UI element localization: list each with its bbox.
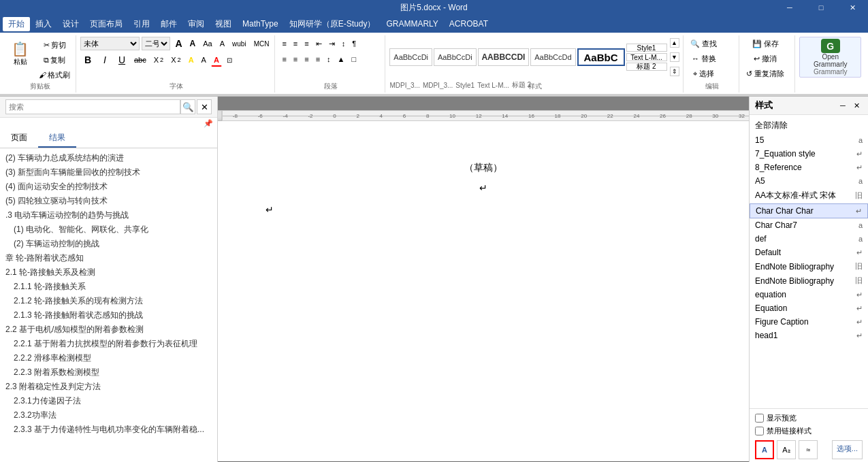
document-page[interactable]: （草稿） ↵ ↵ (218, 121, 749, 461)
char-shading-button[interactable]: A (199, 53, 209, 67)
mcn-btn[interactable]: MCN (251, 37, 272, 50)
styles-close-button[interactable]: ✕ (850, 99, 863, 112)
style-reference[interactable]: 8_Reference ↵ (750, 161, 868, 174)
bold-button[interactable]: B (80, 52, 95, 67)
new-style-button[interactable]: A (755, 440, 774, 459)
decrease-indent-button[interactable]: ⇤ (313, 37, 325, 50)
list-item[interactable]: 2.2.3 附着系数检测模型 (0, 365, 217, 380)
style-equation-cap[interactable]: Equation ↵ (750, 301, 868, 315)
style-mdpi1[interactable]: AaBbCcDi (389, 48, 432, 66)
nav-close-button[interactable]: ✕ (197, 99, 212, 114)
style-aabbcc[interactable]: AABBCCDI (478, 48, 530, 66)
wubi-btn[interactable]: wubi (229, 37, 249, 50)
menu-insert[interactable]: 插入 (30, 17, 57, 31)
styles-down-button[interactable]: ▼ (670, 52, 679, 62)
styles-minimize-button[interactable]: ─ (837, 99, 849, 112)
style-def[interactable]: def a (750, 232, 868, 246)
menu-grammarly[interactable]: GRAMMARLY (381, 18, 443, 30)
style-aabbc2[interactable]: AaBbCcDd (530, 48, 575, 66)
list-item[interactable]: 2.1.2 轮-路接触关系的现有检测方法 (0, 294, 217, 308)
style-endnote1[interactable]: EndNote Bibliography 旧 (750, 259, 868, 274)
style-textlm[interactable]: Text L-M... (626, 53, 667, 61)
list-item[interactable]: 2.3 附着稳定性及判定方法 (0, 380, 217, 394)
menu-view[interactable]: 视图 (210, 17, 237, 31)
nav-pin-button[interactable]: 📌 (204, 119, 213, 128)
menu-mailings[interactable]: 邮件 (155, 17, 182, 31)
style-endnote2[interactable]: EndNote Bibliography 旧 (750, 274, 868, 288)
list-item[interactable]: 2.1.1 轮-路接触关系 (0, 280, 217, 294)
show-preview-checkbox[interactable] (755, 414, 764, 423)
multilevel-button[interactable]: ≡ (302, 37, 311, 50)
bullets-button[interactable]: ≡ (279, 37, 289, 50)
cut-button[interactable]: ✂ 剪切 (36, 38, 73, 52)
shrink-font-button[interactable]: A (187, 37, 199, 50)
styles-expand-button[interactable]: ⇕ (670, 67, 679, 76)
style-heading2[interactable]: 标题 2 (626, 63, 667, 71)
clear-format-button[interactable]: A (217, 37, 227, 50)
list-item[interactable]: (3) 新型面向车辆能量回收的控制技术 (0, 165, 217, 180)
borders-button[interactable]: □ (349, 52, 359, 66)
document-area[interactable]: -8-6-4-20 246810 1214161820 222426283032… (218, 97, 749, 462)
list-item[interactable]: (5) 四轮独立驱动与转向技术 (0, 194, 217, 208)
style-large[interactable]: AaBbC (577, 48, 625, 66)
font-name-select[interactable]: 未体 (80, 37, 140, 50)
line-spacing-button[interactable]: ↕ (324, 52, 334, 66)
list-item[interactable]: 2.1.3 轮-路接触附着状态感知的挑战 (0, 308, 217, 323)
disable-linked-checkbox[interactable] (755, 427, 764, 435)
style-char7[interactable]: Char Char7 a (750, 218, 868, 232)
style-figure-caption[interactable]: Figure Caption ↵ (750, 315, 868, 329)
nav-search-input[interactable] (5, 99, 180, 114)
show-marks-button[interactable]: ¶ (349, 37, 359, 50)
justify-button[interactable]: ≡ (313, 52, 323, 66)
menu-mathtype[interactable]: MathType (237, 18, 284, 30)
nav-tab-pages[interactable]: 页面 (0, 129, 38, 148)
shading-button[interactable]: ▲ (335, 52, 348, 66)
styles-up-button[interactable]: ▲ (670, 38, 679, 48)
list-item[interactable]: (4) 面向运动安全的控制技术 (0, 180, 217, 194)
paste-button[interactable]: 📋 粘贴 (7, 37, 33, 71)
list-item[interactable]: 2.1 轮-路接触关系及检测 (0, 265, 217, 280)
list-item[interactable]: 2.2 基于电机/感知模型的附着参数检测 (0, 323, 217, 337)
menu-home[interactable]: 开始 (3, 17, 30, 31)
menu-cnki[interactable]: 知网研学（原E-Study） (284, 17, 381, 31)
list-item[interactable]: (2) 车辆动力总成系统结构的演进 (0, 151, 217, 165)
list-item[interactable]: 2.3.2功率法 (0, 408, 217, 423)
align-left-button[interactable]: ≡ (279, 52, 289, 66)
style-equation[interactable]: 7_Equation style ↵ (750, 147, 868, 161)
copy-button[interactable]: ⧉ 复制 (36, 53, 73, 67)
style-clear-all[interactable]: 全部清除 (750, 118, 868, 133)
font-size-select[interactable]: 二号 (142, 37, 170, 50)
style-style1[interactable]: Style1 (626, 44, 667, 52)
list-item[interactable]: (1) 电动化、智能化、网联化、共享化 (0, 222, 217, 237)
style-default[interactable]: Default ↵ (750, 246, 868, 259)
style-mdpi2[interactable]: AaBbCcDi (434, 48, 477, 66)
grow-font-button[interactable]: A (172, 37, 184, 50)
strikethrough-button[interactable]: abc (131, 53, 149, 67)
redo-button[interactable]: ↺ 重复清除 (743, 67, 787, 80)
menu-layout[interactable]: 页面布局 (84, 17, 128, 31)
save-button[interactable]: 💾 保存 (743, 37, 787, 50)
italic-button[interactable]: I (97, 52, 112, 67)
undo-button[interactable]: ↩ 撤消 (743, 52, 787, 65)
menu-references[interactable]: 引用 (128, 17, 155, 31)
inspect-style-button[interactable]: A₂ (777, 440, 796, 459)
find-button[interactable]: 🔍 查找 (688, 37, 720, 50)
style-aa[interactable]: AA本文标准-样式 宋体 旧 (750, 188, 868, 203)
list-item[interactable]: .3 电动车辆运动控制的趋势与挑战 (0, 208, 217, 222)
underline-button[interactable]: U (114, 52, 129, 67)
style-head1[interactable]: head1 ↵ (750, 329, 868, 342)
menu-acrobat[interactable]: ACROBAT (444, 18, 494, 30)
nav-search-button[interactable]: 🔍 (180, 99, 195, 114)
list-item[interactable]: 2.3.3 基于力传递特性与电机功率变化的车辆附着稳... (0, 423, 217, 437)
align-center-button[interactable]: ≡ (291, 52, 300, 66)
list-item[interactable]: 2.2.1 基于附着力抗扰模型的附着参数行为表征机理 (0, 337, 217, 351)
style-equation-lower[interactable]: equation ↵ (750, 288, 868, 301)
style-15[interactable]: 15 a (750, 133, 868, 147)
menu-design[interactable]: 设计 (57, 17, 84, 31)
subscript-button[interactable]: X2 (151, 53, 166, 67)
style-char-char-char[interactable]: Char Char Char ↵ (750, 203, 868, 218)
font-color-button[interactable]: A (211, 53, 222, 67)
superscript-button[interactable]: X2 (168, 53, 183, 67)
format-painter-button[interactable]: 🖌 格式刷 (36, 68, 73, 82)
maximize-button[interactable]: □ (805, 0, 837, 15)
